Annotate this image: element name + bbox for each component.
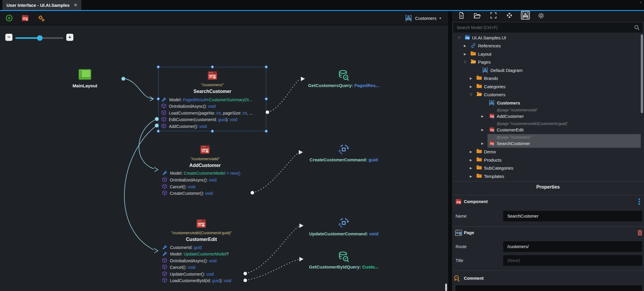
gears-icon[interactable] (37, 14, 45, 22)
expander-open-icon[interactable]: ▽ (464, 60, 466, 64)
cube-icon (162, 278, 167, 284)
connector-add-createcustomercommand (252, 153, 298, 193)
search-icon[interactable] (634, 25, 640, 30)
member-text: EditCustomer(customerId: guid): void (169, 117, 237, 122)
tree-item-references[interactable]: References (478, 43, 501, 48)
member-cube[interactable]: Cancel(): void (162, 184, 195, 190)
selection-handle[interactable] (265, 65, 268, 69)
member-cube[interactable]: AddCustomer(): void (161, 123, 207, 130)
cube-icon (162, 184, 167, 190)
tree-item-pages[interactable]: Pages (478, 60, 491, 65)
zoom-slider-thumb[interactable] (37, 35, 43, 41)
name-input[interactable] (503, 210, 643, 222)
title-label: Title (456, 258, 463, 263)
selection-handle[interactable] (265, 130, 268, 133)
connection-dot[interactable] (251, 191, 254, 194)
tree-item-customeredit[interactable]: CustomerEdit (497, 127, 524, 132)
member-cube[interactable]: UpdateCustomer(): void (162, 271, 214, 277)
member-cube[interactable]: CreateCustomer(): void (162, 190, 213, 197)
diagram-view-icon[interactable] (522, 12, 530, 20)
tree-item-products[interactable]: Products (484, 157, 501, 162)
tree-scrollbar-thumb[interactable] (641, 34, 643, 113)
selection-handle[interactable] (211, 130, 214, 133)
route-input[interactable] (503, 241, 643, 252)
member-text: CreateCustomer(): void (170, 191, 213, 196)
tree-item-default-diagram[interactable]: Default Diagram (490, 67, 522, 73)
document-tab[interactable]: User Interface - UI.AI.Samples ✕ (2, 0, 81, 10)
member-wrench[interactable]: CustomerId: guid (162, 244, 202, 251)
connection-dot[interactable] (243, 272, 247, 275)
member-cube[interactable]: EditCustomer(customerId: guid): void (161, 116, 237, 123)
diagram-canvas[interactable]: − + MainLayout "/customers/"SearchCustom… (0, 25, 448, 291)
connection-dot[interactable] (243, 279, 247, 282)
wrench-icon (161, 97, 167, 103)
connection-dot[interactable] (266, 110, 269, 114)
comment-textarea[interactable] (455, 285, 643, 291)
selection-handle[interactable] (211, 65, 214, 69)
expander-closed-icon[interactable]: ▶ (464, 44, 466, 47)
layout-icon (78, 69, 91, 81)
expander-closed-icon[interactable]: ▶ (481, 142, 484, 145)
trash-icon[interactable] (637, 230, 643, 237)
search-box (453, 22, 643, 33)
chevron-down-icon[interactable]: ⌄ (639, 0, 642, 4)
tree-item-categories[interactable]: Categories (484, 84, 506, 89)
expand-icon[interactable] (490, 12, 498, 20)
selection-handle[interactable] (157, 130, 160, 133)
tree-item-brands[interactable]: Brands (484, 76, 498, 81)
tree-item-searchcustomer[interactable]: SearchCustomer (497, 141, 530, 146)
kebab-menu-icon[interactable] (638, 198, 640, 206)
canvas-scrollbar-thumb[interactable] (445, 284, 447, 291)
member-cube[interactable]: OnInitializedAsync(): void (162, 258, 217, 264)
member-wrench[interactable]: Model: PagedResult<CustomerSummaryDt... (161, 97, 252, 103)
zoom-out-button[interactable]: − (5, 34, 12, 41)
zoom-in-button[interactable]: + (66, 34, 73, 41)
selection-handle[interactable] (265, 97, 268, 101)
new-file-icon[interactable] (458, 12, 466, 20)
open-folder-icon[interactable] (473, 12, 481, 20)
member-cube[interactable]: LoadCustomerById(id: guid): void (162, 277, 231, 284)
member-wrench[interactable]: Model: CreateCustomerModel = new() (162, 170, 241, 176)
expander-open-icon[interactable]: ▽ (470, 93, 472, 97)
panel-divider[interactable] (448, 11, 452, 291)
expander-closed-icon[interactable]: ▶ (470, 158, 472, 161)
divider (452, 181, 644, 181)
comment-section-label: Comment (464, 276, 484, 281)
title-input[interactable] (503, 255, 643, 266)
expander-open-icon[interactable]: ▽ (458, 36, 460, 39)
selection-handle[interactable] (157, 65, 160, 69)
member-cube[interactable]: OnInitializedAsync(): void (161, 103, 216, 110)
link-icon (470, 43, 476, 49)
component-icon[interactable] (21, 14, 29, 22)
tree-item-subcategories[interactable]: SubCategories (484, 165, 513, 171)
tree-item-customers[interactable]: Customers (484, 92, 506, 97)
expander-closed-icon[interactable]: ▶ (470, 77, 472, 80)
expander-closed-icon[interactable]: ▶ (464, 52, 466, 55)
selection-handle[interactable] (157, 97, 160, 101)
expander-closed-icon[interactable]: ▶ (470, 85, 472, 88)
expander-closed-icon[interactable]: ▶ (470, 150, 472, 153)
member-cube[interactable]: Cancel(): void (162, 264, 195, 271)
member-cube[interactable]: OnInitializedAsync(): void (162, 177, 217, 183)
expander-closed-icon[interactable]: ▶ (470, 166, 472, 170)
tree-item-customers[interactable]: Customers (497, 100, 520, 105)
gear-icon[interactable] (537, 12, 545, 20)
connection-dot[interactable] (155, 117, 159, 121)
member-wrench[interactable]: Model: UpdateCustomerModel? (162, 251, 229, 257)
connection-dot[interactable] (122, 77, 125, 81)
tree-item-templates[interactable]: Templates (484, 173, 504, 179)
collapse-icon[interactable] (506, 12, 514, 20)
expander-closed-icon[interactable]: ▶ (481, 114, 484, 118)
member-cube[interactable]: LoadCustomers(pageNo: int, pageSize: int… (161, 110, 253, 116)
add-circle-icon[interactable] (5, 14, 13, 22)
expander-closed-icon[interactable]: ▶ (481, 128, 484, 131)
search-input[interactable] (453, 22, 643, 33)
tab-close-icon[interactable]: ✕ (74, 3, 77, 7)
tree-item-ui-ai-samples-ui[interactable]: UI.AI.Samples.UI (472, 35, 506, 40)
tree-item-addcustomer[interactable]: AddCustomer (497, 113, 524, 118)
tree-item-demo[interactable]: Demo (484, 149, 496, 154)
expander-closed-icon[interactable]: ▶ (470, 174, 472, 178)
connection-dot[interactable] (155, 124, 159, 128)
tree-item-layout[interactable]: Layout (478, 51, 491, 56)
diagram-selector[interactable]: Customers ▾ (403, 13, 443, 23)
